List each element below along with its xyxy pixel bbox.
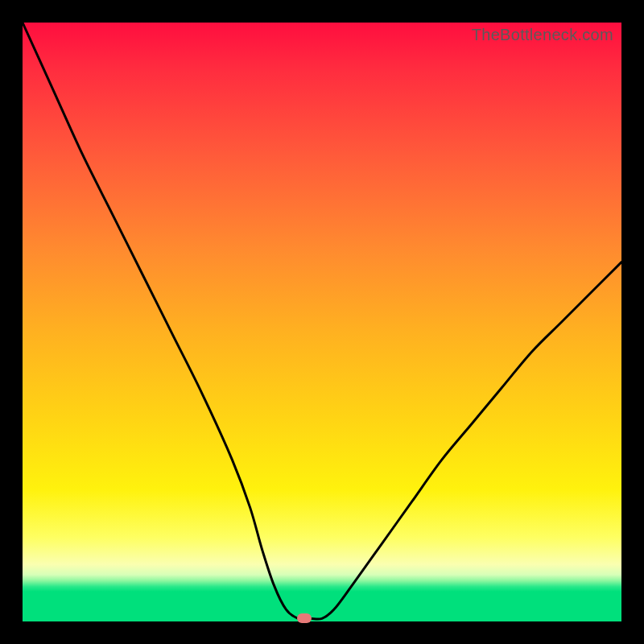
chart-container: TheBottleneck.com	[0, 0, 644, 644]
plot-area: TheBottleneck.com	[23, 23, 621, 621]
bottleneck-marker	[297, 613, 312, 623]
bottleneck-curve	[23, 23, 621, 621]
